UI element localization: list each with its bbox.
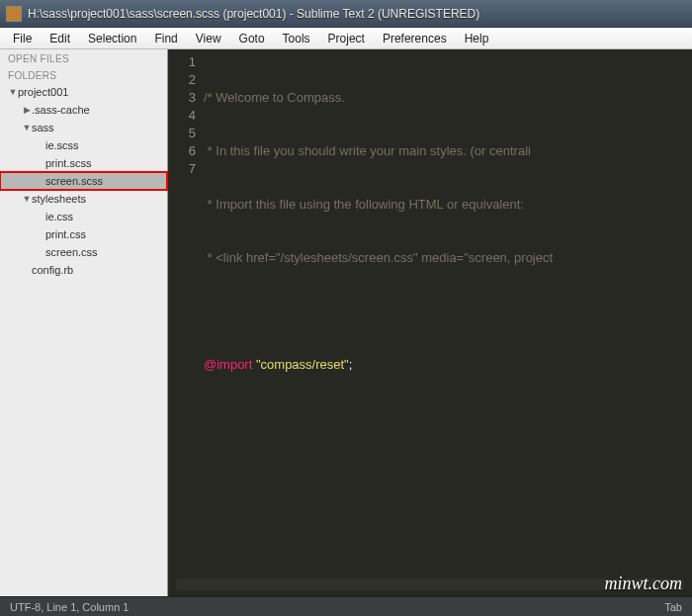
file-label: ie.css: [45, 211, 73, 222]
app-icon: [6, 6, 22, 22]
file-ie-css[interactable]: ie.css: [0, 208, 167, 225]
file-label: print.css: [45, 228, 86, 240]
menu-help[interactable]: Help: [456, 30, 498, 47]
file-label: ie.scss: [45, 139, 79, 151]
code-keyword: @import: [204, 357, 252, 372]
file-label: config.rb: [32, 264, 73, 276]
folder-label: .sass-cache: [32, 104, 90, 116]
folder-label: project001: [18, 86, 68, 98]
main-split: OPEN FILES FOLDERS ▼ project001 ▶ .sass-…: [0, 49, 692, 596]
status-left[interactable]: UTF-8, Line 1, Column 1: [10, 601, 129, 613]
menu-find[interactable]: Find: [145, 30, 186, 47]
folder-sass-cache[interactable]: ▶ .sass-cache: [0, 101, 167, 119]
line-number: 2: [168, 71, 196, 89]
menu-goto[interactable]: Goto: [230, 30, 274, 47]
menu-preferences[interactable]: Preferences: [374, 30, 456, 47]
line-number: 5: [168, 125, 196, 142]
code-line: /* Welcome to Compass.: [204, 90, 345, 105]
folders-header: FOLDERS: [0, 66, 167, 83]
titlebar: H:\sass\project001\sass\screen.scss (pro…: [0, 0, 692, 28]
folder-label: sass: [32, 122, 54, 133]
code-line: * <link href="/stylesheets/screen.css" m…: [204, 250, 553, 265]
file-screen-scss[interactable]: screen.scss: [0, 172, 167, 190]
line-number: 1: [168, 53, 196, 71]
menu-project[interactable]: Project: [319, 30, 374, 47]
file-config-rb[interactable]: config.rb: [0, 261, 167, 279]
file-screen-css[interactable]: screen.css: [0, 243, 167, 261]
line-number: 4: [168, 107, 196, 125]
sidebar: OPEN FILES FOLDERS ▼ project001 ▶ .sass-…: [0, 49, 168, 596]
menu-selection[interactable]: Selection: [79, 30, 145, 47]
window-title: H:\sass\project001\sass\screen.scss (pro…: [28, 7, 686, 21]
menu-view[interactable]: View: [187, 30, 230, 47]
line-number: 3: [168, 89, 196, 107]
editor[interactable]: 1 2 3 4 5 6 7 /* Welcome to Compass. * I…: [168, 49, 692, 596]
code-text: ;: [349, 357, 353, 372]
file-label: screen.css: [45, 246, 98, 258]
status-right[interactable]: Tab: [664, 601, 682, 613]
code-lines[interactable]: /* Welcome to Compass. * In this file yo…: [204, 53, 692, 578]
code-area[interactable]: 1 2 3 4 5 6 7 /* Welcome to Compass. * I…: [168, 49, 692, 578]
folder-label: stylesheets: [32, 193, 86, 205]
menu-file[interactable]: File: [4, 30, 41, 47]
menu-tools[interactable]: Tools: [274, 30, 319, 47]
file-label: print.scss: [45, 157, 91, 169]
menubar: File Edit Selection Find View Goto Tools…: [0, 28, 692, 49]
open-files-header: OPEN FILES: [0, 49, 167, 66]
code-line: * Import this file using the following H…: [204, 197, 524, 212]
menu-edit[interactable]: Edit: [41, 30, 79, 47]
file-print-scss[interactable]: print.scss: [0, 154, 167, 172]
gutter: 1 2 3 4 5 6 7: [168, 53, 204, 578]
file-print-css[interactable]: print.css: [0, 225, 167, 243]
folder-stylesheets[interactable]: ▼ stylesheets: [0, 190, 167, 208]
chevron-down-icon: ▼: [22, 123, 32, 132]
file-label: screen.scss: [45, 175, 103, 187]
statusbar: UTF-8, Line 1, Column 1 Tab: [0, 596, 692, 616]
chevron-right-icon: ▶: [22, 105, 32, 115]
file-ie-scss[interactable]: ie.scss: [0, 136, 167, 154]
chevron-down-icon: ▼: [8, 87, 18, 97]
folder-sass[interactable]: ▼ sass: [0, 119, 167, 136]
line-number: 7: [168, 160, 196, 178]
line-number: 6: [168, 142, 196, 160]
code-string: "compass/reset": [256, 357, 349, 372]
folder-project001[interactable]: ▼ project001: [0, 83, 167, 101]
code-line: * In this file you should write your mai…: [204, 143, 531, 158]
chevron-down-icon: ▼: [22, 194, 32, 204]
watermark: minwt.com: [605, 573, 683, 594]
